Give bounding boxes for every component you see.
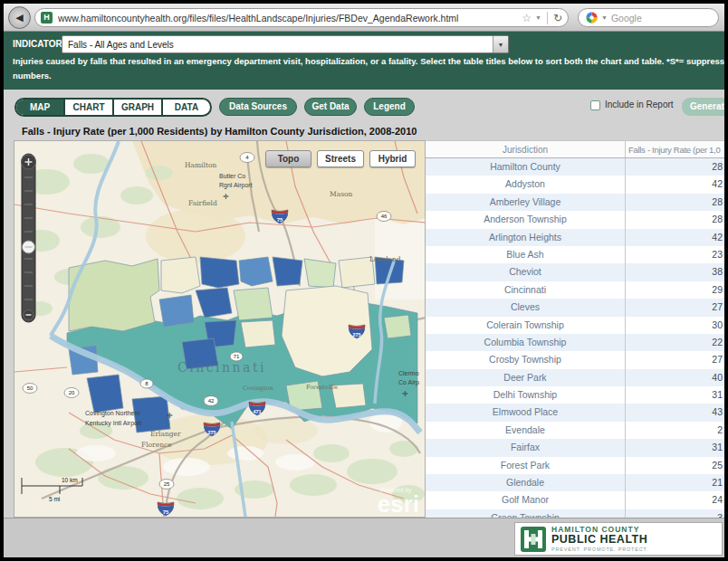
org-name-line1: HAMILTON COUNTY bbox=[551, 526, 648, 534]
svg-text:25: 25 bbox=[164, 481, 170, 487]
table-row[interactable]: Amberley Village 28 bbox=[426, 194, 728, 211]
rate-cell: 38 bbox=[625, 263, 728, 280]
table-row[interactable]: Cleves 27 bbox=[426, 299, 728, 316]
basemap-streets-button[interactable]: Streets bbox=[317, 150, 364, 167]
jurisdiction-cell: Cleves bbox=[426, 299, 625, 316]
page-footer: HAMILTON COUNTY PUBLIC HEALTH PREVENT. P… bbox=[4, 518, 724, 557]
get-data-button[interactable]: Get Data bbox=[304, 98, 357, 116]
airport-icon: ✛ bbox=[223, 193, 229, 201]
tab-data[interactable]: DATA bbox=[163, 100, 210, 115]
view-tabs: MAP CHART GRAPH DATA bbox=[14, 98, 212, 117]
table-row[interactable]: Glendale 21 bbox=[426, 474, 728, 491]
bookmark-star-icon[interactable]: ☆ bbox=[522, 12, 532, 24]
svg-text:46: 46 bbox=[381, 214, 388, 219]
svg-text:Kentucky Intl Airport: Kentucky Intl Airport bbox=[85, 420, 141, 427]
table-row[interactable]: Colerain Township 30 bbox=[426, 317, 728, 334]
map-container[interactable]: Hamilton Fairfield Mason Loveland Coving… bbox=[14, 140, 426, 518]
svg-text:275: 275 bbox=[352, 332, 360, 338]
reload-icon[interactable]: ↻ bbox=[553, 12, 562, 24]
svg-text:Covington: Covington bbox=[243, 385, 273, 392]
browser-toolbar: ◀ H www.hamiltoncountyhealth.org/files/f… bbox=[4, 4, 724, 32]
jurisdiction-cell: Delhi Township bbox=[426, 386, 625, 404]
rate-cell: 23 bbox=[625, 246, 728, 263]
include-in-report-checkbox[interactable] bbox=[590, 100, 600, 110]
generate-report-button[interactable]: Generate bbox=[682, 98, 728, 116]
jurisdiction-column-header[interactable]: Jurisdiction bbox=[426, 141, 625, 157]
svg-text:75: 75 bbox=[277, 217, 283, 223]
table-row[interactable]: Deer Park 40 bbox=[426, 369, 728, 386]
svg-text:10 km: 10 km bbox=[62, 477, 78, 483]
divider bbox=[547, 12, 548, 24]
description-line2: numbers. bbox=[13, 71, 52, 81]
tab-graph[interactable]: GRAPH bbox=[114, 100, 163, 115]
tab-chart[interactable]: CHART bbox=[65, 100, 114, 115]
svg-text:75: 75 bbox=[163, 509, 169, 515]
table-row[interactable]: Anderson Township 28 bbox=[426, 211, 728, 228]
svg-text:Co Airp: Co Airp bbox=[398, 379, 419, 386]
table-row[interactable]: Fairfax 31 bbox=[426, 439, 728, 456]
url-bar[interactable]: H www.hamiltoncountyhealth.org/files/fil… bbox=[34, 8, 569, 27]
tab-map[interactable]: MAP bbox=[16, 100, 65, 115]
table-row[interactable]: Cheviot 38 bbox=[426, 263, 728, 280]
jurisdiction-cell: Crosby Township bbox=[426, 351, 625, 368]
rate-cell: 25 bbox=[625, 457, 728, 474]
table-row[interactable]: Evendale 2 bbox=[426, 422, 728, 439]
zoom-slider[interactable] bbox=[22, 154, 36, 322]
svg-text:Covington Northern: Covington Northern bbox=[85, 410, 140, 417]
search-engine-dropdown-icon[interactable]: ▼ bbox=[601, 14, 608, 21]
url-dropdown-icon[interactable]: ▼ bbox=[535, 14, 541, 21]
rate-cell: 27 bbox=[625, 351, 728, 368]
data-table: Jurisdiction Falls - Injury Rate (per 1,… bbox=[426, 140, 728, 518]
rate-cell: 42 bbox=[625, 229, 728, 246]
rate-cell: 31 bbox=[625, 439, 728, 456]
table-row[interactable]: Golf Manor 24 bbox=[426, 491, 728, 509]
rate-cell: 43 bbox=[625, 404, 728, 421]
jurisdiction-cell: Cheviot bbox=[426, 263, 625, 280]
select-arrow-icon[interactable]: ▼ bbox=[493, 36, 508, 52]
esri-logo: Powered by esri bbox=[378, 487, 419, 518]
url-text[interactable]: www.hamiltoncountyhealth.org/files/files… bbox=[58, 13, 522, 24]
svg-text:20: 20 bbox=[69, 390, 75, 395]
table-row[interactable]: Blue Ash 23 bbox=[426, 246, 728, 263]
jurisdiction-cell: Glendale bbox=[426, 474, 625, 491]
table-row[interactable]: Crosby Township 27 bbox=[426, 351, 728, 368]
data-sources-button[interactable]: Data Sources bbox=[219, 98, 297, 116]
org-name-line2: PUBLIC HEALTH bbox=[551, 534, 648, 546]
basemap-hybrid-button[interactable]: Hybrid bbox=[369, 150, 416, 167]
indicator-header: INDICATOR Falls - All Ages and Levels ▼ … bbox=[4, 32, 724, 90]
indicator-select[interactable]: Falls - All Ages and Levels ▼ bbox=[62, 35, 509, 53]
choropleth-map[interactable]: Hamilton Fairfield Mason Loveland Coving… bbox=[14, 141, 426, 518]
rate-cell: 3 bbox=[625, 509, 728, 518]
table-row[interactable]: Arlington Heights 42 bbox=[426, 229, 728, 246]
back-button[interactable]: ◀ bbox=[8, 6, 31, 29]
table-row[interactable]: Green Township 3 bbox=[426, 509, 728, 518]
table-row[interactable]: Hamilton County 28 bbox=[426, 158, 728, 176]
rate-cell: 27 bbox=[625, 299, 728, 316]
table-row[interactable]: Elmwood Place 43 bbox=[426, 404, 728, 421]
jurisdiction-cell: Columbia Township bbox=[426, 334, 625, 351]
svg-text:275: 275 bbox=[207, 430, 216, 435]
table-row[interactable]: Forest Park 25 bbox=[426, 457, 728, 474]
svg-text:Erlanger: Erlanger bbox=[150, 430, 181, 438]
search-placeholder[interactable]: Google bbox=[611, 13, 642, 24]
legend-button[interactable]: Legend bbox=[364, 98, 415, 116]
svg-text:Fairfield: Fairfield bbox=[188, 199, 217, 207]
table-row[interactable]: Addyston 42 bbox=[426, 176, 728, 193]
rate-column-header[interactable]: Falls - Injury Rate (per 1,0 bbox=[625, 141, 728, 157]
hamilton-county-public-health-logo: HAMILTON COUNTY PUBLIC HEALTH PREVENT. P… bbox=[514, 522, 723, 556]
rate-cell: 22 bbox=[625, 334, 728, 351]
table-row[interactable]: Cincinnati 29 bbox=[426, 281, 728, 299]
table-row[interactable]: Columbia Township 22 bbox=[426, 334, 728, 351]
airport-icon: ✛ bbox=[167, 412, 173, 420]
svg-text:Loveland: Loveland bbox=[369, 255, 401, 263]
rate-cell: 30 bbox=[625, 317, 728, 334]
rate-cell: 28 bbox=[625, 211, 728, 228]
basemap-topo-button[interactable]: Topo bbox=[265, 150, 311, 167]
search-box[interactable]: ▼ Google bbox=[578, 8, 719, 27]
rate-cell: 31 bbox=[625, 386, 728, 404]
table-header: Jurisdiction Falls - Injury Rate (per 1,… bbox=[426, 141, 728, 158]
table-row[interactable]: Delhi Township 31 bbox=[426, 386, 728, 404]
indicator-label: INDICATOR bbox=[13, 39, 62, 49]
rate-cell: 21 bbox=[625, 474, 728, 491]
svg-text:Forestville: Forestville bbox=[306, 384, 338, 391]
